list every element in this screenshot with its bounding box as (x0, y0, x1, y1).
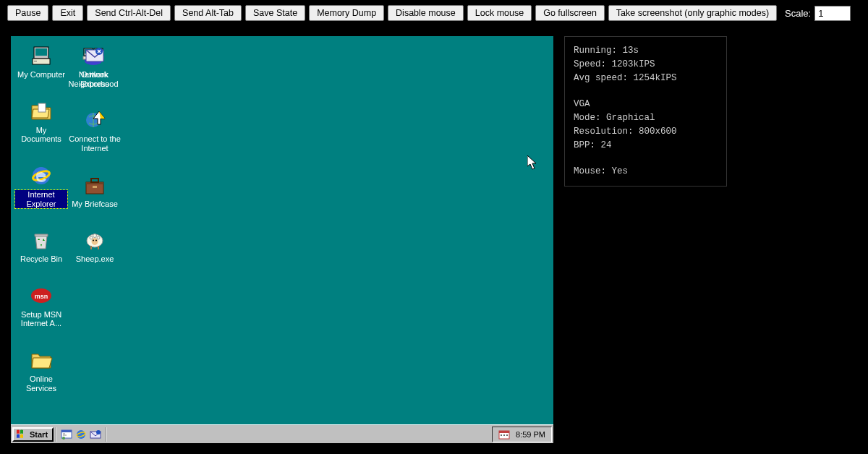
quick-launch-desktop-icon[interactable] (61, 429, 72, 440)
taskbar: Start (11, 424, 553, 443)
lock-mouse-button[interactable]: Lock mouse (467, 5, 532, 21)
desktop-container: My Computer My Documents Internet Explor (11, 36, 553, 443)
stat-resolution: Resolution: 800x600 (574, 125, 718, 139)
stat-avg-speed: Avg speed: 1254kIPS (574, 72, 718, 85)
recycle-bin-icon (30, 228, 53, 252)
icon-setup-msn[interactable]: msn Setup MSN Internet A... (15, 280, 67, 332)
svg-rect-32 (61, 430, 72, 432)
emulator-toolbar: Pause Exit Send Ctrl-Alt-Del Send Alt-Ta… (0, 0, 868, 26)
send-alt-tab-button[interactable]: Send Alt-Tab (174, 5, 242, 21)
svg-rect-21 (93, 186, 97, 188)
taskbar-divider (56, 427, 57, 442)
stat-speed: Speed: 1203kIPS (574, 58, 718, 72)
msn-icon: msn (30, 284, 53, 307)
quick-launch-outlook-icon[interactable] (90, 429, 101, 440)
svg-point-25 (97, 236, 100, 239)
quick-launch-ie-icon[interactable] (75, 429, 87, 440)
ie-icon (30, 164, 53, 187)
icon-label: Sheep.exe (76, 254, 114, 264)
disable-mouse-button[interactable]: Disable mouse (388, 5, 464, 21)
icon-label: Connect to the Internet (69, 134, 121, 153)
stats-panel: Running: 13s Speed: 1203kIPS Avg speed: … (564, 36, 727, 187)
icon-internet-explorer[interactable]: Internet Explorer (15, 160, 67, 212)
go-fullscreen-button[interactable]: Go fullscreen (535, 5, 605, 21)
computer-icon (30, 44, 53, 67)
tray-time[interactable]: 8:59 PM (516, 430, 545, 439)
svg-point-23 (90, 236, 93, 239)
svg-rect-1 (35, 48, 47, 56)
exit-button[interactable]: Exit (52, 5, 83, 21)
svg-text:msn: msn (35, 293, 48, 300)
icon-my-computer[interactable]: My Computer (15, 40, 67, 83)
stat-mode: Mode: Graphical (574, 111, 718, 125)
svg-rect-4 (38, 103, 46, 112)
svg-rect-29 (90, 246, 92, 249)
icon-label: My Documents (15, 126, 67, 144)
svg-rect-40 (501, 434, 502, 436)
stat-vga-header: VGA (574, 98, 718, 111)
svg-point-37 (96, 430, 101, 434)
memory-dump-button[interactable]: Memory Dump (309, 5, 384, 21)
stat-mouse: Mouse: Yes (574, 165, 718, 179)
connect-internet-icon (83, 108, 106, 132)
icon-label: Recycle Bin (20, 254, 62, 264)
icon-label: Outlook Express (69, 70, 121, 88)
icon-online-services[interactable]: Online Services (15, 345, 67, 396)
icon-label: My Computer (17, 70, 65, 80)
svg-rect-41 (503, 434, 505, 436)
icon-my-briefcase[interactable]: My Briefcase (69, 170, 121, 213)
send-ctrl-alt-del-button[interactable]: Send Ctrl-Alt-Del (87, 5, 171, 21)
tray-scheduler-icon[interactable] (498, 429, 510, 440)
folder-documents-icon (30, 100, 53, 123)
icon-label: My Briefcase (72, 200, 118, 209)
icon-connect-internet[interactable]: Connect to the Internet (69, 105, 121, 156)
icon-label: Setup MSN Internet A... (15, 310, 67, 328)
save-state-button[interactable]: Save State (245, 5, 305, 21)
scale-label: Scale: (785, 8, 811, 19)
desktop-area[interactable]: My Computer My Documents Internet Explor (11, 36, 553, 424)
svg-point-27 (93, 240, 94, 241)
icon-label: Online Services (15, 374, 67, 393)
svg-point-24 (93, 234, 97, 238)
svg-rect-3 (34, 61, 37, 61)
svg-point-33 (62, 437, 65, 440)
folder-icon (30, 348, 53, 372)
start-button[interactable]: Start (12, 427, 54, 442)
pause-button[interactable]: Pause (7, 5, 48, 21)
svg-rect-39 (499, 431, 509, 433)
icon-outlook-express[interactable]: Outlook Express (69, 40, 121, 92)
icon-label: Internet Explorer (15, 190, 67, 208)
start-label: Start (30, 430, 48, 439)
stat-running: Running: 13s (574, 44, 718, 58)
svg-rect-20 (91, 179, 98, 182)
scale-input[interactable] (814, 6, 851, 21)
svg-point-26 (92, 238, 98, 245)
take-screenshot-button[interactable]: Take screenshot (only graphic modes) (608, 5, 777, 21)
outlook-icon (83, 44, 106, 67)
system-tray: 8:59 PM (492, 427, 552, 442)
sheep-icon (83, 228, 106, 252)
icon-recycle-bin[interactable]: Recycle Bin (15, 225, 67, 267)
svg-rect-30 (98, 246, 99, 249)
svg-rect-42 (506, 434, 508, 436)
briefcase-icon (83, 174, 106, 197)
windows-flag-icon (16, 429, 27, 440)
icon-sheep-exe[interactable]: Sheep.exe (69, 225, 121, 267)
stat-bpp: BPP: 24 (574, 139, 718, 153)
icon-my-documents[interactable]: My Documents (15, 96, 67, 147)
taskbar-divider (105, 427, 106, 442)
svg-point-28 (95, 240, 97, 241)
